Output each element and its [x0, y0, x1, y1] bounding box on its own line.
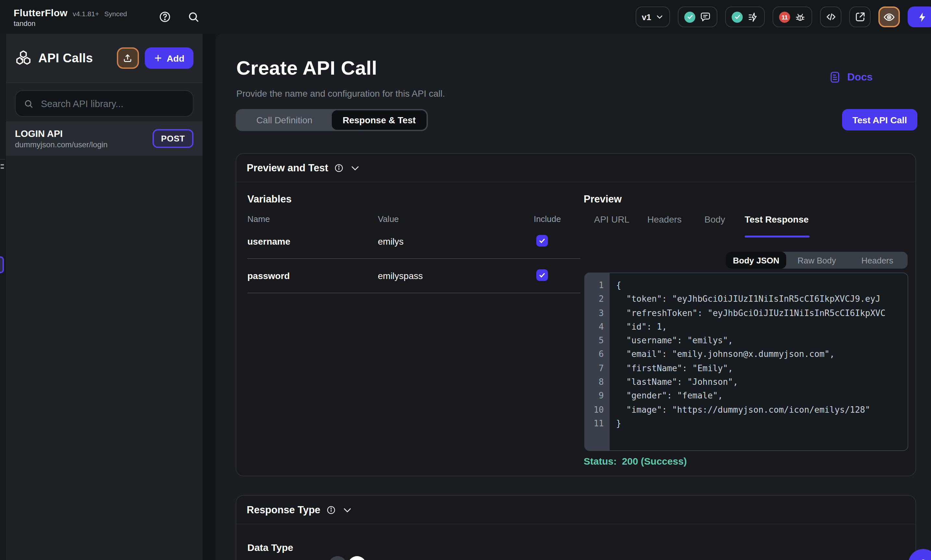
api-search[interactable]	[15, 90, 193, 117]
project-name: tandon	[14, 19, 127, 27]
include-checkbox[interactable]	[536, 235, 548, 246]
preview-heading: Preview	[584, 193, 622, 205]
code-line: "lastName": "Johnson",	[616, 375, 908, 389]
lightning-icon	[916, 11, 928, 22]
page-subtitle: Provide the name and configuration for t…	[236, 88, 445, 98]
variable-name: username	[247, 236, 290, 246]
data-type-label: Data Type	[247, 542, 293, 553]
rail-divider	[0, 159, 5, 160]
topbar: FlutterFlow v4.1.81+ Synced tandon v1	[0, 0, 931, 34]
preview-tab-api-url[interactable]: API URL	[594, 214, 629, 225]
response-body-segments: Body JSON Raw Body Headers	[726, 252, 908, 269]
line-number: 1	[585, 278, 610, 292]
line-number: 3	[585, 306, 610, 320]
code-line: "token": "eyJhbGciOiJIUzI1NiIsInR5cCI6Ik…	[616, 292, 908, 306]
tab-call-definition[interactable]: Call Definition	[237, 110, 332, 130]
line-number: 7	[585, 362, 610, 375]
checkbox-check-icon	[538, 271, 546, 279]
card-title: Response Type	[247, 504, 321, 515]
external-link-icon	[854, 11, 866, 23]
line-number: 5	[585, 334, 610, 348]
data-type-toggle-on[interactable]	[348, 556, 366, 560]
line-number: 8	[585, 375, 610, 389]
search-icon	[23, 98, 34, 109]
add-button[interactable]: Add	[145, 48, 193, 69]
code-icon	[825, 11, 837, 23]
variable-value: emilyspass	[378, 271, 423, 281]
segment-headers[interactable]: Headers	[847, 252, 908, 269]
method-badge: POST	[153, 129, 193, 148]
column-header-value: Value	[378, 214, 399, 224]
page-title: Create API Call	[236, 57, 377, 79]
question-mark-icon	[916, 557, 930, 560]
search-icon[interactable]	[187, 11, 200, 23]
rail-active-indicator[interactable]	[0, 256, 4, 273]
preview-tab-body[interactable]: Body	[704, 214, 725, 225]
open-app-button[interactable]	[849, 6, 871, 27]
sync-status: Synced	[104, 9, 127, 17]
line-number: 6	[585, 348, 610, 362]
eye-icon	[883, 11, 895, 23]
preview-test-card-header[interactable]: Preview and Test	[236, 154, 916, 182]
response-type-card-header[interactable]: Response Type	[236, 496, 916, 524]
version-label: v4.1.81+	[73, 9, 99, 17]
checkbox-check-icon	[538, 237, 546, 245]
view-code-button[interactable]	[820, 6, 842, 27]
data-type-toggle-off[interactable]	[328, 556, 347, 560]
preview-tab-headers[interactable]: Headers	[647, 214, 682, 225]
segment-body-json[interactable]: Body JSON	[726, 252, 786, 269]
run-app-button[interactable]	[908, 6, 931, 27]
sidebar-title: API Calls	[38, 51, 93, 65]
include-checkbox[interactable]	[536, 269, 548, 281]
segment-raw-body[interactable]: Raw Body	[786, 252, 847, 269]
docs-label: Docs	[847, 71, 872, 83]
status-label: Status:	[584, 455, 617, 466]
run-actions-icon	[747, 11, 758, 22]
bug-icon	[795, 11, 806, 22]
upload-button[interactable]	[117, 48, 139, 69]
preview-test-card: Preview and Test Variables Name Value In…	[236, 153, 916, 476]
code-line: "refreshToken": "eyJhbGciOiJIUzI1NiIsInR…	[616, 306, 908, 320]
actions-status-pill[interactable]	[725, 6, 765, 27]
info-icon	[334, 163, 344, 173]
collapse-chevron-icon[interactable]	[342, 505, 353, 515]
preview-tab-test-response[interactable]: Test Response	[744, 214, 809, 225]
api-item-name: LOGIN API	[15, 128, 108, 138]
collapse-chevron-icon[interactable]	[350, 163, 361, 173]
preview-mode-button[interactable]	[879, 6, 900, 27]
tab-response-test[interactable]: Response & Test	[332, 110, 427, 130]
docs-link[interactable]: Docs	[828, 71, 872, 84]
column-header-include: Include	[524, 214, 561, 224]
code-line: "username": "emilys",	[616, 334, 908, 348]
version-selector[interactable]: v1	[635, 6, 670, 27]
test-api-call-button[interactable]: Test API Call	[842, 109, 917, 131]
app-window: FlutterFlow v4.1.81+ Synced tandon v1	[0, 0, 931, 560]
flutterflow-logo: FlutterFlow	[14, 7, 68, 18]
help-icon[interactable]	[158, 11, 171, 23]
variable-name: password	[247, 271, 290, 281]
column-header-name: Name	[247, 214, 270, 224]
code-line: "email": "emily.johnson@x.dummyjson.com"…	[616, 348, 908, 362]
docs-icon	[828, 71, 842, 84]
panel-gap	[203, 34, 216, 560]
line-number: 11	[585, 417, 610, 431]
comments-status-pill[interactable]	[678, 6, 717, 27]
code-line: }	[616, 417, 908, 431]
variables-heading: Variables	[247, 193, 291, 205]
issues-pill[interactable]: 11	[772, 6, 812, 27]
check-circle-icon	[684, 11, 695, 22]
code-editor[interactable]: 1 2 3 4 5 6 7 8 9 10 11 { "token": "eyJh…	[584, 272, 908, 451]
chevron-down-icon	[656, 13, 663, 21]
row-divider	[247, 258, 580, 259]
line-number: 9	[585, 389, 610, 403]
check-circle-icon	[732, 11, 743, 22]
active-tab-underline	[744, 235, 809, 237]
row-divider	[247, 293, 580, 293]
api-list-item[interactable]: LOGIN API dummyjson.com/user/login POST	[6, 122, 203, 156]
rail-partial-icon	[1, 163, 4, 169]
response-type-card: Response Type Data Type	[236, 495, 916, 560]
search-input[interactable]	[40, 98, 185, 109]
plus-icon	[154, 54, 162, 62]
api-item-url: dummyjson.com/user/login	[15, 140, 108, 149]
line-number: 10	[585, 403, 610, 417]
